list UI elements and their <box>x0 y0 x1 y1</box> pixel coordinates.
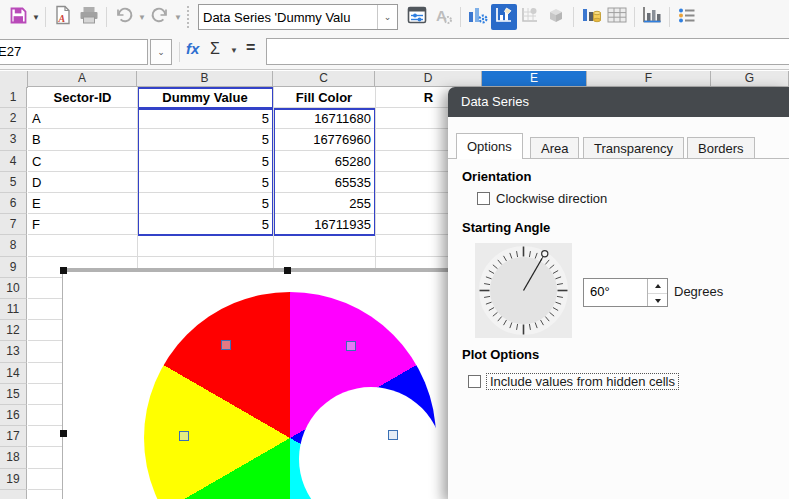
chart-object[interactable] <box>62 271 449 499</box>
cell[interactable]: C <box>28 151 137 172</box>
cell[interactable]: 65535 <box>273 172 375 193</box>
cell[interactable]: F <box>28 214 137 235</box>
character-format-button[interactable]: A <box>430 4 456 30</box>
row-header-17[interactable]: 17 <box>0 426 27 447</box>
column-header-E[interactable]: E <box>482 71 587 87</box>
donut-chart[interactable] <box>144 292 436 499</box>
cell[interactable]: 255 <box>273 193 375 214</box>
chart-type-button[interactable] <box>465 4 491 30</box>
row-header-6[interactable]: 6 <box>0 193 27 214</box>
spin-down-button[interactable] <box>648 293 667 307</box>
row-header-7[interactable]: 7 <box>0 214 27 235</box>
cell[interactable]: A <box>28 108 137 129</box>
cell[interactable]: B <box>28 129 137 150</box>
cell[interactable]: 5 <box>137 172 273 193</box>
tab-options[interactable]: Options <box>456 133 523 159</box>
chart-handle-left-middle[interactable] <box>60 430 67 437</box>
cell[interactable]: 5 <box>137 129 273 150</box>
tab-transparency[interactable]: Transparency <box>583 137 684 159</box>
cell[interactable]: 5 <box>137 193 273 214</box>
row-header-9[interactable]: 9 <box>0 257 27 278</box>
column-header-D[interactable]: D <box>375 71 482 87</box>
toolbar-grip[interactable] <box>187 6 192 28</box>
save-button[interactable] <box>5 4 31 30</box>
function-wizard-button[interactable]: fx <box>186 40 199 57</box>
include-hidden-checkbox[interactable] <box>468 375 481 388</box>
redo-dropdown-arrow[interactable]: ▼ <box>173 13 183 22</box>
row-header-15[interactable]: 15 <box>0 384 27 405</box>
row-header-11[interactable]: 11 <box>0 299 27 320</box>
row-header-2[interactable]: 2 <box>0 108 27 129</box>
horizontal-grids-button[interactable] <box>639 4 665 30</box>
cell[interactable]: Dummy Value <box>137 87 273 108</box>
data-point-handle-yellow[interactable] <box>179 431 189 441</box>
equals-button[interactable]: = <box>246 39 255 57</box>
export-pdf-button[interactable]: A <box>50 4 76 30</box>
legend-toggle-button[interactable] <box>674 4 700 30</box>
sum-dropdown-arrow[interactable]: ▼ <box>230 46 238 55</box>
chart-grid-hand-button[interactable] <box>517 4 543 30</box>
formula-input[interactable] <box>266 38 789 65</box>
spin-up-button[interactable] <box>648 279 667 292</box>
row-header-12[interactable]: 12 <box>0 320 27 341</box>
redo-button[interactable] <box>147 4 173 30</box>
cell[interactable]: 5 <box>137 151 273 172</box>
row-header-18[interactable]: 18 <box>0 447 27 468</box>
angle-dial[interactable] <box>475 243 572 338</box>
name-box-dropdown-icon[interactable]: ⌄ <box>150 39 172 65</box>
grid-button[interactable] <box>604 4 630 30</box>
chart-handle-top-center[interactable] <box>284 267 291 274</box>
clockwise-label[interactable]: Clockwise direction <box>496 191 607 206</box>
row-header-10[interactable]: 10 <box>0 278 27 299</box>
cell[interactable]: Fill Color <box>273 87 375 108</box>
undo-dropdown-arrow[interactable]: ▼ <box>137 13 147 22</box>
combo-dropdown-icon[interactable]: ⌄ <box>377 5 397 29</box>
clockwise-checkbox[interactable] <box>477 192 490 205</box>
column-header-B[interactable]: B <box>137 71 273 87</box>
row-header-3[interactable]: 3 <box>0 129 27 150</box>
cell[interactable]: 5 <box>137 214 273 235</box>
column-header-F[interactable]: F <box>587 71 711 87</box>
tab-area[interactable]: Area <box>530 137 579 159</box>
save-dropdown-arrow[interactable]: ▼ <box>31 13 41 22</box>
cell[interactable]: E <box>28 193 137 214</box>
cell[interactable]: D <box>28 172 137 193</box>
chart-background-button[interactable] <box>491 4 517 30</box>
data-point-handle-magenta[interactable] <box>346 341 356 351</box>
column-header-G[interactable]: G <box>711 71 789 87</box>
row-header-13[interactable]: 13 <box>0 341 27 362</box>
selected-object-combo[interactable]: Data Series 'Dummy Valu ⌄ <box>198 4 398 30</box>
undo-button[interactable] <box>111 4 137 30</box>
data-point-handle-red[interactable] <box>221 340 231 350</box>
tab-borders[interactable]: Borders <box>687 137 755 159</box>
cell[interactable]: Sector-ID <box>28 87 137 108</box>
column-header-A[interactable]: A <box>28 71 137 87</box>
cell[interactable]: 16776960 <box>273 129 375 150</box>
data-table-button[interactable] <box>578 4 604 30</box>
column-header-C[interactable]: C <box>273 71 375 87</box>
row-header-20[interactable] <box>0 490 27 499</box>
dialog-title-bar[interactable]: Data Series <box>448 87 789 117</box>
row-header-5[interactable]: 5 <box>0 172 27 193</box>
name-box[interactable]: E27 <box>0 39 148 65</box>
chart-handle-top-left[interactable] <box>60 267 67 274</box>
angle-spinner[interactable]: 60° <box>583 278 668 307</box>
data-point-handle-blue[interactable] <box>388 430 398 440</box>
print-button[interactable] <box>76 4 102 30</box>
angle-value[interactable]: 60° <box>590 284 610 299</box>
cell[interactable]: 5 <box>137 108 273 129</box>
cell[interactable]: 16711680 <box>273 108 375 129</box>
row-header-14[interactable]: 14 <box>0 363 27 384</box>
select-all-corner[interactable] <box>0 71 28 88</box>
format-selection-button[interactable] <box>404 4 430 30</box>
include-hidden-label[interactable]: Include values from hidden cells <box>486 373 679 390</box>
row-header-19[interactable]: 19 <box>0 469 27 490</box>
row-header-16[interactable]: 16 <box>0 405 27 426</box>
3d-view-button[interactable] <box>543 4 569 30</box>
row-header-4[interactable]: 4 <box>0 151 27 172</box>
sum-button[interactable]: Σ <box>210 40 220 58</box>
row-header-1[interactable]: 1 <box>0 87 27 108</box>
cell[interactable]: 16711935 <box>273 214 375 235</box>
chart-selection-border[interactable] <box>62 268 449 272</box>
cell[interactable]: 65280 <box>273 151 375 172</box>
